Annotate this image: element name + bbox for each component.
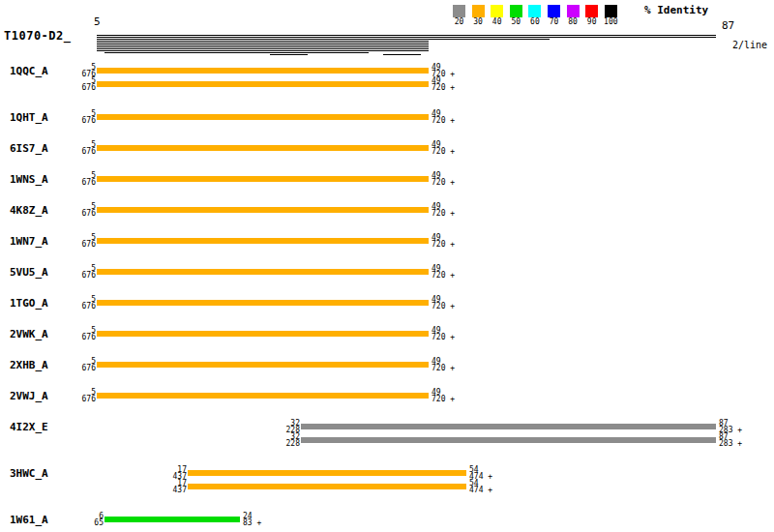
alignment-bar-1QHT_A[interactable] xyxy=(97,114,429,120)
template-start: 676 xyxy=(82,241,96,249)
ruler-start-tick: 5 xyxy=(94,15,101,28)
row-label-1TGO_A[interactable]: 1TGO_A xyxy=(10,298,48,309)
alignment-bar-3HWC_A[interactable] xyxy=(188,484,466,489)
legend-swatch-70 xyxy=(548,5,560,17)
alignment-bar-6IS7_A[interactable] xyxy=(97,145,429,151)
ruler-line-segment xyxy=(97,37,716,38)
legend-swatch-30 xyxy=(472,5,485,17)
alignment-bar-1W61_A[interactable] xyxy=(104,517,240,522)
row-label-5VU5_A[interactable]: 5VU5_A xyxy=(10,267,48,278)
template-start: 676 xyxy=(82,210,96,218)
row-label-1QHT_A[interactable]: 1QHT_A xyxy=(10,112,48,123)
template-start: 676 xyxy=(82,396,96,403)
alignment-bar-2VWJ_A[interactable] xyxy=(97,393,429,399)
template-end-strand: 720 + xyxy=(432,396,455,403)
alignment-bar-1WNS_A[interactable] xyxy=(97,176,429,182)
row-label-2VWJ_A[interactable]: 2VWJ_A xyxy=(10,391,48,401)
template-start: 676 xyxy=(82,148,96,156)
template-start: 228 xyxy=(286,440,300,448)
ruler-line-segment xyxy=(97,44,429,45)
template-start: 437 xyxy=(173,487,187,494)
alignment-bar-4K8Z_A[interactable] xyxy=(97,207,429,213)
template-start: 676 xyxy=(82,117,96,125)
ruler-line-segment xyxy=(97,50,429,51)
template-end-strand: 474 + xyxy=(469,487,492,494)
row-label-6IS7_A[interactable]: 6IS7_A xyxy=(10,143,48,154)
legend-swatch-20 xyxy=(453,5,465,17)
row-label-1QQC_A[interactable]: 1QQC_A xyxy=(10,66,48,76)
template-end-strand: 720 + xyxy=(432,210,455,218)
template-end-strand: 720 + xyxy=(432,303,455,310)
row-label-4I2X_E[interactable]: 4I2X_E xyxy=(10,422,48,432)
template-end-strand: 720 + xyxy=(432,148,455,156)
alignment-bar-4I2X_E[interactable] xyxy=(301,424,716,429)
alignment-bar-4I2X_E[interactable] xyxy=(301,437,716,443)
page-title: T1070-D2_ xyxy=(4,29,72,43)
row-label-1W61_A[interactable]: 1W61_A xyxy=(10,515,48,525)
legend-swatch-100 xyxy=(605,5,617,17)
template-start: 676 xyxy=(82,303,96,310)
template-start: 676 xyxy=(82,334,96,341)
template-end-strand: 720 + xyxy=(432,272,455,280)
alignment-bar-1QQC_A[interactable] xyxy=(97,68,429,74)
row-label-3HWC_A[interactable]: 3HWC_A xyxy=(10,468,48,479)
template-start: 65 xyxy=(94,519,104,527)
alignment-bar-2VWK_A[interactable] xyxy=(97,331,429,337)
row-label-2XHB_A[interactable]: 2XHB_A xyxy=(10,360,48,370)
template-end-strand: 283 + xyxy=(719,440,742,448)
ruler-line-segment xyxy=(97,46,429,47)
ruler-line-segment xyxy=(97,35,716,36)
template-end-strand: 720 + xyxy=(432,334,455,341)
alignment-bar-1WN7_A[interactable] xyxy=(97,238,429,244)
legend-swatch-90 xyxy=(585,5,598,17)
ruler-line-segment xyxy=(97,43,429,44)
template-end-strand: 720 + xyxy=(432,365,455,372)
template-start: 676 xyxy=(82,179,96,187)
ruler-line-segment xyxy=(97,48,429,49)
row-label-4K8Z_A[interactable]: 4K8Z_A xyxy=(10,205,48,216)
alignment-bar-5VU5_A[interactable] xyxy=(97,269,429,275)
legend-swatch-60 xyxy=(528,5,541,17)
template-end-strand: 720 + xyxy=(432,241,455,249)
legend-title: % Identity xyxy=(644,4,708,16)
alignment-bar-2XHB_A[interactable] xyxy=(97,362,429,368)
ruler-line-segment xyxy=(104,52,369,53)
ruler-end-tick: 87 xyxy=(722,19,734,32)
template-end-strand: 720 + xyxy=(432,117,455,125)
alignment-bar-1TGO_A[interactable] xyxy=(97,300,429,306)
legend-swatch-80 xyxy=(567,5,580,17)
ruler-line-segment xyxy=(270,54,308,55)
template-end-strand: 83 + xyxy=(243,519,261,527)
ruler-line-segment xyxy=(383,54,421,55)
row-label-1WN7_A[interactable]: 1WN7_A xyxy=(10,236,48,247)
row-label-2VWK_A[interactable]: 2VWK_A xyxy=(10,329,48,340)
ruler-line-segment xyxy=(97,39,550,40)
template-start: 676 xyxy=(82,272,96,280)
ruler-line-segment xyxy=(97,41,429,42)
row-label-1WNS_A[interactable]: 1WNS_A xyxy=(10,174,48,185)
legend-swatch-40 xyxy=(491,5,503,17)
template-start: 676 xyxy=(82,84,96,92)
legend-swatch-50 xyxy=(510,5,522,17)
alignment-bar-3HWC_A[interactable] xyxy=(188,470,466,476)
template-start: 676 xyxy=(82,365,96,372)
alignment-bar-1QQC_A[interactable] xyxy=(97,81,429,87)
wrap-note-label: 2/line xyxy=(732,40,767,50)
alignment-coverage-plot: T1070-D2_ 5 87 2/line % Identity 2030405… xyxy=(0,0,774,532)
legend-bin-label: 100 xyxy=(600,18,621,26)
template-end-strand: 720 + xyxy=(432,179,455,187)
template-end-strand: 720 + xyxy=(432,84,455,92)
